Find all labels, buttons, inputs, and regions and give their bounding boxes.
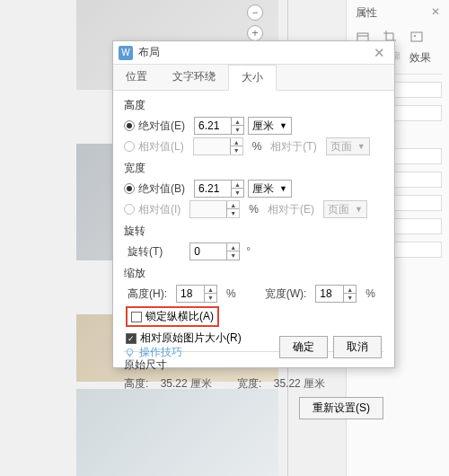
orig-h-value: 35.22 厘米	[161, 377, 212, 390]
checkbox-rel-orig[interactable]	[126, 333, 136, 344]
rotate-label: 旋转(T)	[128, 244, 163, 260]
tab-wrap[interactable]: 文字环绕	[160, 65, 228, 90]
unit-label: %	[226, 287, 236, 300]
width-rel-input: ▲▼	[189, 200, 240, 218]
select-value: 厘米	[252, 119, 274, 134]
radio-label: 绝对值(E)	[138, 119, 185, 134]
spin-down-icon[interactable]: ▼	[232, 189, 243, 197]
width-section: 宽度 绝对值(B) ▲▼ 厘米▼ 相对值(I) ▲▼ % 相对于(E) 页面▼	[124, 161, 383, 218]
reset-button[interactable]: 重新设置(S)	[299, 397, 383, 419]
tab-size[interactable]: 大小	[228, 65, 277, 91]
ok-button[interactable]: 确定	[279, 336, 328, 358]
spin-down-icon[interactable]: ▼	[205, 294, 216, 302]
section-label: 旋转	[124, 224, 383, 239]
radio-label: 相对值(I)	[138, 202, 180, 217]
unit-label: %	[365, 287, 375, 300]
tab-position[interactable]: 位置	[113, 65, 160, 90]
radio-width-abs[interactable]	[124, 183, 135, 194]
width-abs-input[interactable]: ▲▼	[194, 180, 244, 198]
tips-label: 操作技巧	[139, 345, 182, 360]
dialog-titlebar: W 布局 ✕	[113, 41, 394, 65]
tab-effect[interactable]: 效果	[409, 50, 431, 66]
orig-h-label: 高度:	[124, 377, 148, 390]
highlight-box: 锁定纵横比(A)	[126, 306, 219, 327]
radio-label: 相对值(L)	[138, 139, 184, 154]
rotate-section: 旋转 旋转(T) ▲▼ °	[124, 224, 383, 260]
width-rel-value	[190, 201, 226, 217]
orig-w-value: 35.22 厘米	[274, 377, 325, 390]
radio-height-abs[interactable]	[124, 120, 135, 131]
select-value: 页面	[328, 202, 349, 217]
width-unit-select[interactable]: 厘米▼	[248, 180, 292, 198]
unit-label: %	[249, 203, 259, 216]
checkbox-label: 相对原始图片大小(R)	[140, 331, 242, 346]
spin-up-icon[interactable]: ▲	[232, 118, 243, 126]
width-abs-value[interactable]	[195, 181, 231, 197]
spin-up-icon[interactable]: ▲	[227, 243, 239, 251]
close-icon[interactable]: ✕	[370, 45, 389, 61]
unit-label: %	[252, 140, 262, 153]
spin-up-icon[interactable]: ▲	[232, 181, 243, 189]
height-unit-select[interactable]: 厘米▼	[248, 117, 292, 135]
panel-title: 属性	[356, 5, 377, 21]
degree-unit: °	[246, 245, 251, 258]
scale-h-label: 高度(H):	[128, 286, 167, 302]
rotate-value[interactable]	[190, 243, 226, 260]
svg-point-2	[414, 35, 416, 37]
image-icon[interactable]	[409, 30, 424, 44]
orig-size-section: 原始尺寸 高度: 35.22 厘米 宽度: 35.22 厘米 重新设置(S)	[124, 357, 383, 425]
select-value: 页面	[330, 139, 352, 154]
checkbox-lock-ratio[interactable]	[131, 312, 142, 322]
height-rel-input: ▲▼	[193, 137, 243, 155]
lightbulb-icon	[124, 347, 136, 358]
spin-down-icon[interactable]: ▼	[227, 251, 239, 260]
width-rel-target: 页面▼	[323, 200, 367, 218]
chevron-down-icon: ▼	[279, 184, 287, 193]
checkbox-label: 锁定纵横比(A)	[145, 309, 214, 324]
scale-h-value[interactable]	[177, 286, 204, 302]
scale-w-input[interactable]: ▲▼	[315, 285, 357, 303]
layout-dialog: W 布局 ✕ 位置 文字环绕 大小 高度 绝对值(E) ▲▼ 厘米▼ 相对值(L…	[112, 40, 395, 368]
spin-up-icon[interactable]: ▲	[344, 286, 356, 294]
app-icon: W	[119, 46, 133, 60]
dialog-tabs: 位置 文字环绕 大小	[113, 65, 394, 91]
spin-down-icon[interactable]: ▼	[344, 294, 356, 302]
svg-point-3	[127, 348, 133, 355]
height-abs-input[interactable]: ▲▼	[194, 117, 244, 135]
section-label: 缩放	[124, 266, 383, 281]
section-label: 高度	[124, 98, 383, 113]
height-section: 高度 绝对值(E) ▲▼ 厘米▼ 相对值(L) ▲▼ % 相对于(T) 页面▼	[124, 98, 383, 155]
spin-up-icon[interactable]: ▲	[205, 286, 216, 294]
height-rel-value	[194, 138, 230, 154]
zoom-in-button[interactable]: +	[247, 25, 263, 41]
svg-rect-1	[411, 32, 422, 41]
rotate-input[interactable]: ▲▼	[189, 242, 240, 260]
cancel-button[interactable]: 取消	[333, 336, 382, 358]
height-abs-value[interactable]	[195, 118, 231, 134]
zoom-out-button[interactable]: −	[247, 4, 263, 21]
height-rel-target: 页面▼	[326, 137, 370, 155]
scale-h-input[interactable]: ▲▼	[176, 285, 217, 303]
chevron-down-icon: ▼	[279, 121, 287, 130]
rel-to-label: 相对于(T)	[270, 139, 316, 154]
select-value: 厘米	[252, 181, 274, 197]
dialog-title: 布局	[138, 45, 370, 60]
radio-label: 绝对值(B)	[138, 181, 185, 197]
scale-w-value[interactable]	[316, 286, 343, 302]
dialog-body: 高度 绝对值(E) ▲▼ 厘米▼ 相对值(L) ▲▼ % 相对于(T) 页面▼ …	[113, 91, 394, 437]
section-label: 宽度	[124, 161, 383, 176]
panel-close-icon[interactable]: ✕	[431, 5, 440, 21]
spin-down-icon[interactable]: ▼	[232, 126, 243, 134]
radio-width-rel[interactable]	[124, 204, 135, 215]
scale-w-label: 宽度(W):	[265, 286, 307, 302]
tips-link[interactable]: 操作技巧	[124, 345, 182, 360]
rel-to-label: 相对于(E)	[268, 202, 314, 217]
orig-w-label: 宽度:	[237, 377, 261, 390]
radio-height-rel[interactable]	[124, 141, 135, 152]
